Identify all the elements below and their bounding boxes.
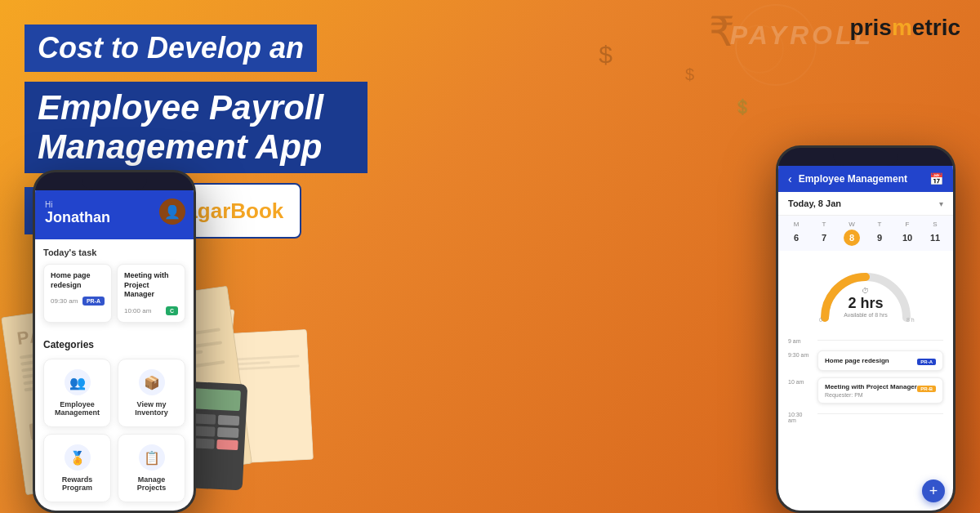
rewards-icon: 🏅 bbox=[65, 444, 91, 471]
category-projects[interactable]: 📋 Manage Projects bbox=[118, 434, 185, 502]
phone2-header: ‹ Employee Management 📅 bbox=[778, 166, 953, 192]
svg-text:0: 0 bbox=[819, 317, 822, 322]
phone2-title: Employee Management bbox=[799, 173, 907, 185]
week-day-f[interactable]: F 10 bbox=[899, 221, 915, 246]
week-day-w[interactable]: W 8 bbox=[844, 221, 860, 246]
categories-grid: 👥 Employee Management 📦 View my Inventor… bbox=[43, 359, 185, 502]
timeline-card-2: Meeting with Project Manager Requester: … bbox=[817, 377, 943, 404]
task1-badge: PR-A bbox=[82, 297, 105, 306]
timeline-1030am: 10:30 am bbox=[788, 410, 943, 423]
task1-time: 09:30 am bbox=[51, 297, 78, 305]
category-inventory[interactable]: 📦 View my Inventory bbox=[118, 359, 185, 427]
task1-title: Home page redesign bbox=[51, 271, 105, 290]
inventory-icon: 📦 bbox=[139, 369, 165, 395]
cat4-label: Manage Projects bbox=[125, 475, 178, 492]
logo: prismetric bbox=[850, 15, 960, 41]
timeline-card-1: Home page redesign PR-A bbox=[817, 350, 943, 371]
task2-badge: C bbox=[166, 306, 178, 315]
cat2-label: View my Inventory bbox=[125, 400, 178, 417]
task-card-1: Home page redesign 09:30 am PR-A bbox=[43, 264, 112, 323]
date-label: Today, 8 Jan bbox=[788, 199, 841, 208]
phone-left: Hi Jonathan 👤 Today's task Home page red… bbox=[33, 170, 196, 513]
category-rewards[interactable]: 🏅 Rewards Program bbox=[43, 434, 111, 502]
phone-screen: Hi Jonathan 👤 Today's task Home page red… bbox=[35, 190, 194, 511]
gauge: 0 8 h ⏱ 2 hrs Available of 8 hrs bbox=[813, 261, 919, 322]
gauge-num: 2 hrs bbox=[844, 295, 888, 312]
timeline: 9 am 9:30 am Home page redesign PR-A 10 … bbox=[778, 332, 953, 435]
date-bar: Today, 8 Jan ▾ bbox=[778, 192, 953, 216]
gauge-section: 0 8 h ⏱ 2 hrs Available of 8 hrs bbox=[778, 251, 953, 332]
back-arrow-icon[interactable]: ‹ bbox=[788, 172, 792, 185]
projects-icon: 📋 bbox=[139, 444, 165, 471]
cat1-label: Employee Management bbox=[51, 400, 104, 417]
week-row: M 6 T 7 W 8 T 9 F 10 S 11 bbox=[778, 216, 953, 251]
headline-line2: Employee Payroll Management App bbox=[24, 82, 368, 173]
time-930am: 9:30 am bbox=[788, 350, 811, 358]
fab-add-button[interactable]: + bbox=[922, 480, 945, 502]
tl-card1-badge: PR-A bbox=[917, 359, 936, 365]
timeline-9am: 9 am bbox=[788, 337, 943, 344]
category-employee-mgmt[interactable]: 👥 Employee Management bbox=[43, 359, 111, 427]
avatar: 👤 bbox=[159, 199, 185, 225]
task2-time: 10:00 am bbox=[124, 307, 151, 314]
timeline-10am: 10 am Meeting with Project Manager Reque… bbox=[788, 377, 943, 404]
week-day-s[interactable]: S 11 bbox=[927, 221, 943, 246]
dropdown-icon[interactable]: ▾ bbox=[939, 199, 943, 208]
categories-section: Categories 👥 Employee Management 📦 View … bbox=[35, 331, 194, 511]
employee-mgmt-icon: 👥 bbox=[65, 369, 91, 395]
task-cards: Home page redesign 09:30 am PR-A Meeting… bbox=[43, 264, 185, 323]
task-section: Today's task Home page redesign 09:30 am… bbox=[35, 239, 194, 331]
phone2-notch bbox=[833, 148, 898, 166]
svg-text:8 h: 8 h bbox=[906, 317, 915, 322]
task2-title: Meeting with Project Manager bbox=[124, 271, 178, 300]
phone2-screen: ‹ Employee Management 📅 Today, 8 Jan ▾ M… bbox=[778, 166, 953, 511]
week-day-t1[interactable]: T 7 bbox=[816, 221, 832, 246]
tl-card1-title: Home page redesign bbox=[825, 357, 889, 364]
logo-pris: pris bbox=[850, 15, 892, 40]
calendar-icon[interactable]: 📅 bbox=[929, 172, 943, 185]
phone-header: Hi Jonathan 👤 bbox=[35, 190, 194, 239]
week-day-t2[interactable]: T 9 bbox=[871, 221, 888, 246]
todays-task-label: Today's task bbox=[43, 248, 185, 257]
categories-title: Categories bbox=[43, 339, 185, 350]
logo-etric: etric bbox=[912, 15, 960, 40]
phone-notch bbox=[82, 172, 147, 190]
logo-m: m bbox=[892, 15, 912, 40]
timeline-930am: 9:30 am Home page redesign PR-A bbox=[788, 350, 943, 371]
tl-card2-title: Meeting with Project Manager bbox=[825, 383, 917, 390]
week-day-m[interactable]: M 6 bbox=[788, 221, 804, 246]
cat3-label: Rewards Program bbox=[51, 475, 104, 492]
time-10am: 10 am bbox=[788, 377, 811, 385]
time-1030am: 10:30 am bbox=[788, 410, 811, 423]
gauge-hours: ⏱ 2 hrs Available of 8 hrs bbox=[844, 287, 888, 318]
tl-card2-sub: Requester: PM bbox=[825, 392, 917, 398]
headline-line1: Cost to Develop an bbox=[24, 25, 317, 72]
gauge-label: Available of 8 hrs bbox=[844, 312, 888, 318]
task-card-2: Meeting with Project Manager 10:00 am C bbox=[117, 264, 185, 323]
time-9am: 9 am bbox=[788, 337, 811, 344]
tl-card2-badge: PR-B bbox=[917, 386, 936, 392]
phone-right: ‹ Employee Management 📅 Today, 8 Jan ▾ M… bbox=[776, 145, 956, 513]
